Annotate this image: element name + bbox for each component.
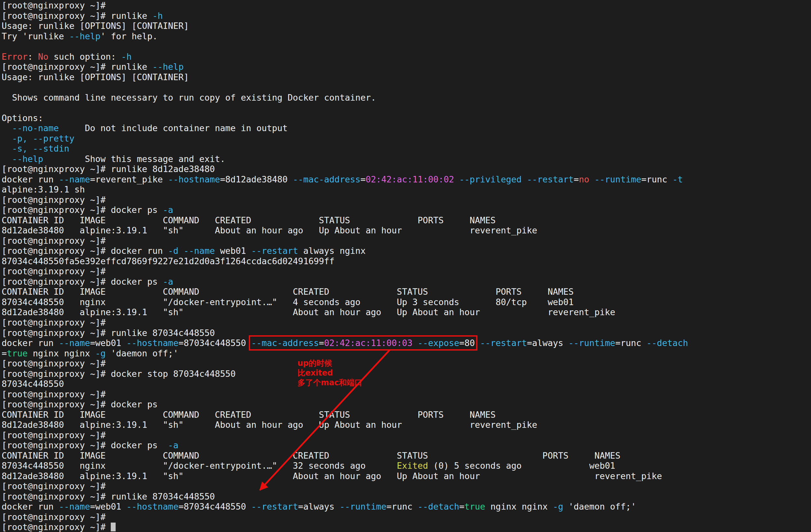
- text-segment: --restart: [527, 174, 573, 184]
- text-segment: such option:: [48, 52, 121, 62]
- text-segment: [root@nginxproxy ~]# docker run: [2, 246, 168, 256]
- text-segment: --detach: [418, 501, 459, 512]
- text-segment: --hostname: [126, 501, 178, 512]
- terminal-line: Usage: runlike [OPTIONS] [CONTAINER]: [2, 72, 688, 82]
- text-segment: -d: [168, 246, 178, 256]
- text-segment: [root@nginxproxy ~]# docker ps: [2, 277, 163, 287]
- terminal-line: [root@nginxproxy ~]# docker run -d --nam…: [2, 246, 688, 256]
- text-segment: 87034c448550fa5e392effcd7869f9227e21d2d0…: [2, 256, 335, 266]
- text-segment: CONTAINER ID IMAGE COMMAND CREATED STATU…: [2, 410, 495, 420]
- text-segment: [root@nginxproxy ~]#: [2, 195, 106, 205]
- terminal-line: [root@nginxproxy ~]# runlike -h: [2, 11, 688, 21]
- annotation-line: 比exited: [297, 368, 362, 378]
- text-segment: [root@nginxproxy ~]#: [2, 358, 106, 369]
- text-segment: [root@nginxproxy ~]# runlike: [2, 62, 152, 72]
- text-segment: --name: [59, 501, 90, 512]
- text-segment: =reverent_pike: [90, 174, 168, 184]
- terminal-line: [root@nginxproxy ~]# docker ps -a: [2, 277, 688, 287]
- terminal-line: --no-name Do not include container name …: [2, 123, 688, 134]
- text-segment: 'daemon off;': [106, 348, 178, 358]
- text-segment: --restart: [480, 338, 527, 348]
- terminal-line: 87034c448550 nginx "/docker-entrypoint.……: [2, 460, 688, 471]
- terminal-line: -p, --pretty: [2, 134, 688, 144]
- text-segment: Try 'runlike: [2, 31, 69, 41]
- text-segment: [2, 154, 12, 164]
- text-segment: --name: [59, 338, 90, 348]
- text-segment: =always: [527, 338, 568, 348]
- terminal-line: CONTAINER ID IMAGE COMMAND CREATED STATU…: [2, 215, 688, 225]
- terminal-line: [root@nginxproxy ~]# runlike 87034c44855…: [2, 328, 688, 338]
- text-segment: =runc: [641, 174, 672, 184]
- terminal-line: Shows command line necessary to run copy…: [2, 93, 688, 103]
- text-segment: 87034c448550 nginx "/docker-entrypoint.……: [2, 460, 397, 471]
- text-segment: docker run: [2, 501, 59, 512]
- text-segment: [root@nginxproxy ~]#: [2, 481, 106, 491]
- terminal-line: alpine:3.19.1 sh: [2, 184, 688, 195]
- terminal-line: [root@nginxproxy ~]# docker ps -a: [2, 205, 688, 215]
- terminal-line: [root@nginxproxy ~]#: [2, 266, 688, 277]
- text-segment: =: [2, 348, 7, 358]
- text-segment: =: [361, 174, 366, 184]
- text-segment: [2, 123, 12, 133]
- terminal-line: [2, 103, 688, 113]
- terminal-line: docker run --name=reverent_pike --hostna…: [2, 174, 688, 185]
- text-segment: 8d12ade38480 alpine:3.19.1 "sh" About an…: [2, 225, 537, 235]
- text-segment: [root@nginxproxy ~]# runlike 87034c44855…: [2, 491, 215, 501]
- text-segment: docker run: [2, 338, 59, 348]
- text-segment: =web01: [90, 338, 126, 348]
- text-segment: nginx nginx: [28, 348, 95, 358]
- terminal-line: [root@nginxproxy ~]# runlike 87034c44855…: [2, 491, 688, 502]
- text-segment: --privileged: [459, 174, 522, 184]
- text-segment: Options:: [2, 113, 43, 123]
- text-segment: Usage: runlike [OPTIONS] [CONTAINER]: [2, 21, 189, 31]
- text-segment: --help: [152, 62, 184, 72]
- terminal-line: [root@nginxproxy ~]#: [2, 236, 688, 246]
- terminal-line: CONTAINER ID IMAGE COMMAND CREATED STATU…: [2, 287, 688, 297]
- terminal-cursor[interactable]: [111, 522, 116, 531]
- text-segment: [178, 246, 184, 256]
- text-segment: =87034c448550: [178, 501, 251, 512]
- text-segment: --mac-address: [251, 338, 319, 348]
- text-segment: CONTAINER ID IMAGE COMMAND CREATED STATU…: [2, 215, 495, 225]
- text-segment: -t: [673, 174, 683, 184]
- text-segment: =always: [298, 501, 340, 512]
- text-segment: --name: [184, 246, 215, 256]
- text-segment: No: [38, 52, 48, 62]
- terminal-output: [root@nginxproxy ~]#[root@nginxproxy ~]#…: [2, 0, 688, 532]
- text-segment: docker run: [2, 174, 59, 184]
- terminal-line: 8d12ade38480 alpine:3.19.1 "sh" About an…: [2, 225, 688, 236]
- terminal-line: [root@nginxproxy ~]#: [2, 430, 688, 440]
- annotation-text: up的时候 比exited 多了个mac和端口: [297, 358, 362, 388]
- text-segment: =runc: [615, 338, 646, 348]
- text-segment: --runtime: [568, 338, 615, 348]
- text-segment: =87034c448550: [178, 338, 251, 348]
- text-segment: [root@nginxproxy ~]#: [2, 317, 106, 328]
- text-segment: 87034c448550 nginx "/docker-entrypoint.……: [2, 297, 573, 307]
- terminal-line: [root@nginxproxy ~]#: [2, 0, 688, 11]
- text-segment: nginx nginx: [485, 501, 553, 512]
- text-segment: Usage: runlike [OPTIONS] [CONTAINER]: [2, 72, 189, 82]
- text-segment: [root@nginxproxy ~]# docker stop 87034c4…: [2, 369, 236, 379]
- text-segment: [475, 338, 480, 348]
- text-segment: alpine:3.19.1 sh: [2, 184, 85, 194]
- terminal-line: 8d12ade38480 alpine:3.19.1 "sh" About an…: [2, 471, 688, 481]
- text-segment: Exited: [397, 460, 428, 471]
- text-segment: [root@nginxproxy ~]#: [2, 430, 106, 440]
- terminal-line: [root@nginxproxy ~]#: [2, 317, 688, 328]
- terminal-line: CONTAINER ID IMAGE COMMAND CREATED STATU…: [2, 451, 688, 461]
- text-segment: 02:42:ac:11:00:02: [366, 174, 454, 184]
- text-segment: 87034c448550: [2, 379, 64, 389]
- terminal-screen: [root@nginxproxy ~]#[root@nginxproxy ~]#…: [0, 0, 811, 532]
- terminal-line: 8d12ade38480 alpine:3.19.1 "sh" About an…: [2, 307, 688, 317]
- terminal-line: Try 'runlike --help' for help.: [2, 31, 688, 42]
- text-segment: --expose: [418, 338, 459, 348]
- text-segment: [root@nginxproxy ~]# runlike 87034c44855…: [2, 328, 215, 338]
- terminal-line: CONTAINER ID IMAGE COMMAND CREATED STATU…: [2, 410, 688, 420]
- text-segment: [522, 174, 527, 184]
- text-segment: --help: [69, 31, 101, 41]
- text-segment: [589, 174, 594, 184]
- terminal-line: 87034c448550fa5e392effcd7869f9227e21d2d0…: [2, 256, 688, 266]
- text-segment: -h: [121, 52, 132, 62]
- text-segment: 02:42:ac:11:00:03: [324, 338, 412, 348]
- terminal-line: -s, --stdin: [2, 143, 688, 154]
